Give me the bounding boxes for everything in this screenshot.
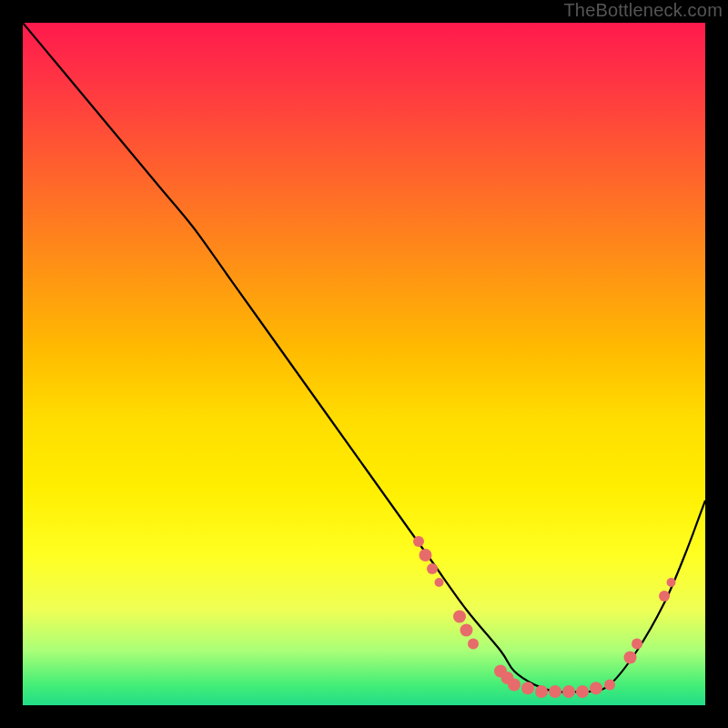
marker-dot xyxy=(667,578,676,587)
marker-dot xyxy=(549,685,561,698)
marker-dot xyxy=(508,679,521,692)
marker-dot xyxy=(535,685,548,698)
watermark-text: TheBottleneck.com xyxy=(563,0,723,21)
marker-dot xyxy=(624,652,637,664)
chart-frame xyxy=(23,23,705,705)
marker-dot xyxy=(453,611,466,623)
marker-dot xyxy=(460,624,473,637)
chart-svg xyxy=(23,23,705,705)
marker-dot xyxy=(604,680,615,691)
marker-dot xyxy=(632,639,642,650)
marker-dot xyxy=(576,685,589,698)
marker-dot xyxy=(427,563,438,574)
marker-dot xyxy=(562,685,575,698)
marker-dot xyxy=(435,578,444,587)
marker-dot xyxy=(468,639,479,650)
bottleneck-curve xyxy=(23,23,705,693)
marker-dot xyxy=(659,591,670,602)
marker-group xyxy=(413,536,676,698)
marker-dot xyxy=(521,682,534,694)
marker-dot xyxy=(413,536,424,547)
marker-dot xyxy=(420,549,432,561)
marker-dot xyxy=(590,682,602,694)
